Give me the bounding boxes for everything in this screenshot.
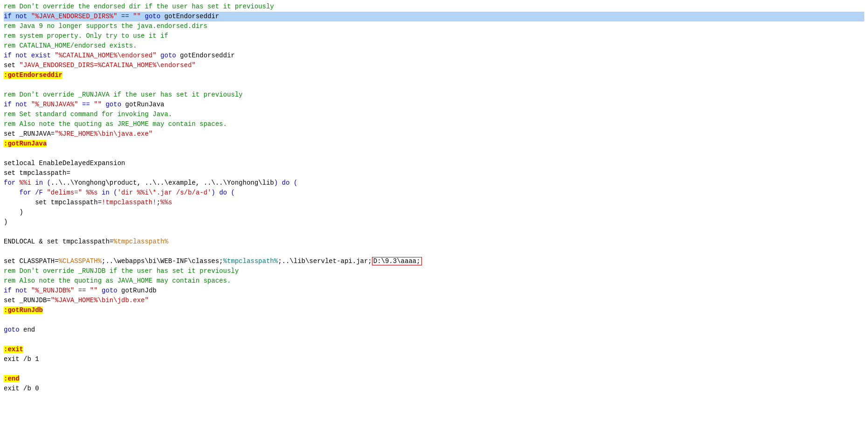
code-line-13: rem Also note the quoting as JRE_HOME ma… (4, 119, 864, 129)
code-line-30: if not "%_RUNJDB%" == "" goto gotRunJdb (4, 286, 864, 296)
code-line-22: ) (4, 208, 864, 217)
code-line-25: ENDLOCAL & set tmpclasspath=%tmpclasspat… (4, 237, 864, 247)
code-container: rem Don't override the endorsed dir if t… (0, 0, 868, 395)
code-line-37: exit /b 1 (4, 354, 864, 364)
code-line-29: rem Also note the quoting as JAVA_HOME m… (4, 276, 864, 286)
code-line-40: exit /b 0 (4, 384, 864, 394)
code-line-19: for %%i in (..\..\Yonghong\product, ..\.… (4, 178, 864, 188)
code-line-11: if not "%_RUNJAVA%" == "" goto gotRunJav… (4, 100, 864, 110)
red-box-highlight: D:\9.3\aaaa; (372, 257, 422, 265)
code-line-26 (4, 247, 864, 257)
code-line-35 (4, 335, 864, 345)
code-line-20: for /F "delims=" %%s in ('dir %%i\*.jar … (4, 188, 864, 198)
code-line-23: ) (4, 217, 864, 227)
code-line-9 (4, 80, 864, 90)
code-line-8: :gotEndorseddir (4, 70, 864, 80)
code-line-3: rem Java 9 no longer supports the java.e… (4, 21, 864, 31)
code-line-12: rem Set standard command for invoking Ja… (4, 110, 864, 119)
code-line-34: goto end (4, 325, 864, 335)
code-line-21: set tmpclasspath=!tmpclasspath!;%%s (4, 198, 864, 208)
code-line-31: set _RUNJDB="%JAVA_HOME%\bin\jdb.exe" (4, 296, 864, 305)
code-line-18: set tmpclasspath= (4, 168, 864, 178)
code-line-15: :gotRunJava (4, 139, 864, 149)
code-line-32: :gotRunJdb (4, 305, 864, 315)
code-line-28: rem Don't override _RUNJDB if the user h… (4, 266, 864, 276)
code-line-33 (4, 315, 864, 325)
code-line-1: rem Don't override the endorsed dir if t… (4, 2, 864, 12)
code-line-7: set "JAVA_ENDORSED_DIRS=%CATALINA_HOME%\… (4, 61, 864, 70)
code-line-6: if not exist "%CATALINA_HOME%\endorsed" … (4, 51, 864, 61)
code-line-16 (4, 149, 864, 159)
code-line-5: rem CATALINA_HOME/endorsed exists. (4, 41, 864, 51)
code-line-38 (4, 364, 864, 374)
code-line-2: if not "%JAVA_ENDORSED_DIRS%" == "" goto… (4, 12, 864, 21)
code-line-39: :end (4, 374, 864, 384)
code-line-10: rem Don't override _RUNJAVA if the user … (4, 90, 864, 100)
code-line-4: rem system property. Only try to use it … (4, 31, 864, 41)
code-line-17: setlocal EnableDelayedExpansion (4, 159, 864, 168)
code-line-36: :exit (4, 345, 864, 354)
code-line-14: set _RUNJAVA="%JRE_HOME%\bin\java.exe" (4, 129, 864, 139)
code-line-27: set CLASSPATH=%CLASSPATH%;..\webapps\bi\… (4, 257, 864, 266)
code-line-24 (4, 227, 864, 237)
label-end: :end (4, 375, 20, 382)
